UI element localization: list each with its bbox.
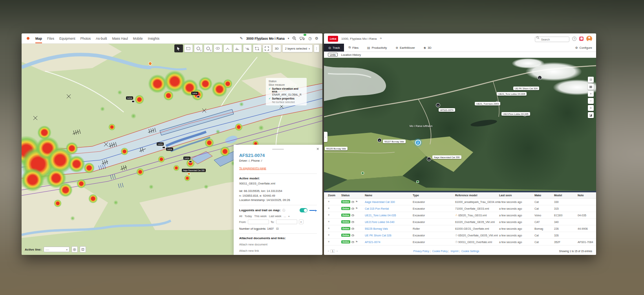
select-cursor-tool[interactable]: [174, 44, 183, 52]
nav-item-equipment[interactable]: Equipment: [59, 33, 75, 43]
machine-map-label[interactable]: UE21_Tverraes 2369: [475, 102, 500, 105]
toggle-3d-button[interactable]: 3D: [273, 44, 281, 52]
zoom-to-machine-icon[interactable]: ⌖: [328, 220, 341, 224]
nav-item-masshaul[interactable]: Mass Haul: [112, 33, 128, 43]
machine-label[interactable]: Leica: [166, 148, 173, 151]
grid-view-icon[interactable]: ▦: [588, 84, 594, 90]
machine-icon[interactable]: [189, 160, 192, 163]
history-clock-icon[interactable]: ◷: [308, 37, 312, 41]
machine-map-label[interactable]: 55225 Bomag Vals: [325, 147, 348, 150]
from-date-input[interactable]: [248, 219, 269, 224]
next-page-icon[interactable]: ›: [337, 250, 337, 253]
rectangle-measure-tool[interactable]: [184, 44, 193, 52]
zoom-to-machine-icon[interactable]: ⌖: [328, 227, 341, 230]
machine-label[interactable]: Aage Haverstad Cat 330: [182, 169, 206, 172]
notifications-icon[interactable]: [579, 37, 584, 41]
nav-item-mobile[interactable]: Mobile: [133, 33, 143, 43]
close-icon[interactable]: ✕: [316, 147, 319, 151]
machine-label[interactable]: Leica: [157, 142, 164, 146]
edit-project-icon[interactable]: ✎: [240, 37, 243, 41]
col-reference-model[interactable]: Reference model: [455, 194, 499, 197]
machine-name-link[interactable]: UE21Tore Lokke 04-040: [365, 221, 413, 223]
col-status[interactable]: Status: [341, 194, 365, 197]
tab-track[interactable]: ◎ Track: [324, 44, 344, 52]
eye-icon[interactable]: [351, 201, 354, 203]
machine-icon[interactable]: [132, 100, 135, 103]
eye-icon[interactable]: [351, 241, 354, 243]
units-button[interactable]: Units: [328, 53, 338, 57]
layers-selected-dropdown[interactable]: 2 layers selected ▾: [282, 44, 313, 52]
location-history-tab[interactable]: Location History: [341, 53, 361, 56]
machine-name-link[interactable]: Aage Haverstad Cat 330: [365, 201, 413, 203]
privacy-policy-link[interactable]: Privacy Policy: [413, 250, 431, 253]
road-profile-tool[interactable]: [223, 44, 232, 52]
table-row[interactable]: ⌖ Online⚑ Cat 315 Pon Rental Excavator 7…: [324, 205, 596, 212]
active-line-select[interactable]: ---- ▾: [44, 247, 70, 252]
polygon-3-tool[interactable]: 3: [204, 44, 212, 52]
zoom-in-icon[interactable]: +: [588, 91, 594, 97]
zoom-to-machine-icon[interactable]: ⌖: [328, 240, 341, 244]
selected-machine-marker[interactable]: 2: [415, 140, 421, 146]
nav-item-files[interactable]: Files: [47, 33, 54, 43]
help-icon[interactable]: ?: [572, 37, 576, 41]
search-icon[interactable]: [292, 36, 296, 41]
table-row[interactable]: ⌖ Online UE PK Shom Cat 326 Excavator ◷6…: [324, 232, 596, 239]
zoom-to-machine-icon[interactable]: ⌖: [328, 213, 341, 217]
eye-icon[interactable]: [351, 221, 354, 223]
legend-surface-elevation[interactable]: ✓ Surface elevation and area: [269, 87, 304, 93]
machine-name-link[interactable]: UE21_Tore Lokke 04-035: [365, 214, 413, 217]
nav-item-asbuilt[interactable]: As-built: [96, 33, 107, 43]
slope-tool[interactable]: [243, 44, 252, 52]
apply-date-button[interactable]: +: [299, 219, 304, 224]
tab-files[interactable]: ⧉ Files: [344, 44, 363, 52]
equipment-page-link[interactable]: To equipment's page: [239, 166, 266, 170]
attach-document-link[interactable]: Attach new document: [239, 243, 317, 246]
machine-map-label[interactable]: Aage Haverstad Cat 330: [432, 155, 461, 159]
polygon-2-tool[interactable]: 2: [194, 44, 203, 52]
machine-name-link[interactable]: 55225 Bomag Vals: [365, 227, 413, 230]
zoom-out-icon[interactable]: −: [588, 98, 594, 104]
machine-name-link[interactable]: UE PK Shom Cat 326: [365, 234, 413, 237]
eye-icon[interactable]: [351, 228, 354, 230]
select-area-tool[interactable]: [253, 44, 262, 52]
roller-marker[interactable]: ▴: [377, 138, 382, 142]
eye-icon[interactable]: [351, 214, 354, 216]
nav-item-photos[interactable]: Photos: [80, 33, 91, 43]
col-type[interactable]: Type: [413, 194, 455, 197]
print-icon[interactable]: ≡: [588, 105, 594, 111]
current-page[interactable]: 1: [330, 249, 335, 253]
col-note[interactable]: Note: [578, 194, 596, 197]
filter-last-week[interactable]: Last week: [269, 215, 282, 218]
cross-section-tool[interactable]: [233, 44, 242, 52]
cookie-policy-link[interactable]: Cookie Policy: [432, 250, 449, 253]
visibility-tool[interactable]: [214, 44, 222, 52]
map-side-panel-handle[interactable]: ‹: [324, 132, 327, 142]
zoom-to-machine-icon[interactable]: ⌖: [328, 233, 341, 237]
cookie-settings-link[interactable]: Cookie Settings: [461, 250, 479, 253]
excavator-icon[interactable]: [187, 173, 190, 175]
machine-label[interactable]: Leica: [126, 96, 133, 100]
col-make[interactable]: Make: [534, 194, 554, 197]
fit-logpoints-icon[interactable]: ⊡: [276, 227, 279, 230]
satellite-map-canvas[interactable]: ‹ Mo i Rana lufthavn 55225 Bomag Vals 55…: [324, 58, 596, 191]
machine-map-label[interactable]: UE21_Tore Lokke 04-008: [497, 92, 527, 96]
machine-name-link[interactable]: AFS21-0074: [365, 241, 413, 243]
table-row[interactable]: ⌖ Online⚑ Aage Haverstad Cat 330 Excavat…: [324, 199, 596, 205]
logpoints-toggle[interactable]: [300, 208, 307, 212]
panel-drag-handle[interactable]: [272, 149, 284, 150]
filter-this-week[interactable]: This week: [254, 215, 267, 218]
eye-icon[interactable]: [351, 234, 354, 236]
zoom-to-machine-icon[interactable]: ⌖: [328, 200, 341, 204]
excavator-marker[interactable]: ▴: [427, 157, 431, 161]
machine-label[interactable]: Leica: [191, 92, 198, 95]
locate-button[interactable]: ◎: [71, 246, 78, 253]
col-zoom[interactable]: Zoom: [328, 194, 341, 197]
filter-more[interactable]: ...: [284, 215, 286, 218]
machine-label[interactable]: Leica: [183, 157, 190, 160]
project-title[interactable]: 1000, Flyplass Mo i Rana: [341, 37, 377, 41]
machine-icon[interactable]: [162, 146, 165, 149]
col-name[interactable]: Name: [365, 194, 413, 197]
settings-gear-icon[interactable]: ⚙: [315, 37, 318, 41]
zoom-fit-tool[interactable]: [263, 44, 271, 52]
project-selector[interactable]: 3000 Flyplass Mo i Rana: [246, 37, 285, 41]
